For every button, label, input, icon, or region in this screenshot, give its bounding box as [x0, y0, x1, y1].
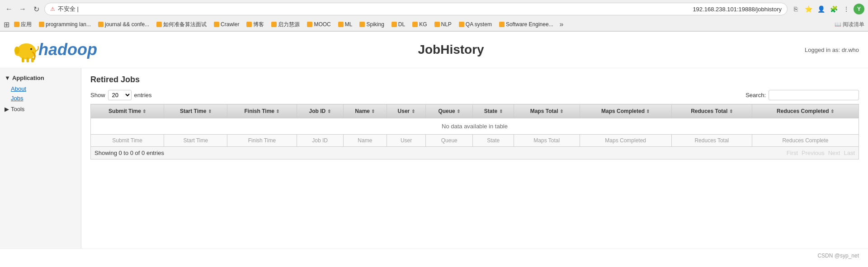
bookmark-11-label: KG [419, 21, 427, 28]
bookmark-folder-icon-11 [412, 22, 418, 27]
col-reduces-total[interactable]: Reduces Total ⇕ [671, 104, 752, 118]
extension-icon[interactable]: 🧩 [828, 4, 839, 14]
bookmark-8-label: ML [345, 21, 353, 28]
pagination-buttons: First Previous Next Last [787, 150, 855, 156]
sort-icon-finish: ⇕ [276, 109, 279, 114]
bookmark-6-label: 启力慧源 [278, 21, 300, 28]
first-page-button[interactable]: First [787, 150, 798, 156]
bookmark-7[interactable]: MOOC [304, 20, 333, 28]
bookmark-8[interactable]: ML [335, 20, 355, 28]
bookmarks-more-button[interactable]: » [558, 19, 566, 29]
entries-label: entries [134, 92, 152, 98]
address-bar[interactable]: ⚠ 不安全 | 192.168.238.101:19888/jobhistory [44, 3, 788, 15]
sort-icon-maps-total: ⇕ [560, 109, 563, 114]
bookmark-5[interactable]: 博客 [244, 20, 267, 29]
footer-col-queue: Queue [426, 135, 473, 147]
svg-rect-6 [31, 58, 34, 63]
bookmark-1[interactable]: programming lan... [36, 20, 94, 28]
bookmark-13[interactable]: QA system [456, 20, 495, 28]
footer-col-state: State [473, 135, 514, 147]
show-entries-control: Show 10 20 25 50 100 entries [90, 90, 152, 100]
col-state[interactable]: State ⇕ [473, 104, 514, 118]
apps-grid-icon[interactable]: ⊞ [4, 20, 9, 29]
sort-icon-state: ⇕ [499, 109, 503, 114]
bookmark-folder-icon-3 [156, 22, 162, 27]
col-submit-time[interactable]: Submit Time ⇕ [91, 104, 164, 118]
sidebar-tools-section[interactable]: ▶ Tools [0, 103, 81, 115]
sidebar-application-header[interactable]: ▼ Application [0, 72, 81, 84]
footer-col-job-id: Job ID [297, 135, 343, 147]
bookmark-2[interactable]: journal && confe... [95, 20, 152, 28]
bookmark-folder-icon-5 [246, 22, 252, 27]
reload-button[interactable]: ↻ [31, 4, 42, 14]
bookmark-5-label: 博客 [253, 21, 264, 28]
sort-icon-maps-completed: ⇕ [646, 109, 650, 114]
back-button[interactable]: ← [4, 4, 14, 14]
bookmark-2-label: journal && confe... [105, 21, 149, 28]
no-data-cell: No data available in table [91, 118, 859, 135]
bookmark-star-icon[interactable]: ⭐ [803, 4, 814, 14]
url-text: 不安全 | [58, 5, 690, 13]
user-avatar[interactable]: Y [854, 4, 864, 14]
content-area: Retired Jobs Show 10 20 25 50 100 entrie… [81, 68, 868, 248]
col-maps-completed[interactable]: Maps Completed ⇕ [580, 104, 671, 118]
browser-chrome: ← → ↻ ⚠ 不安全 | 192.168.238.101:19888/jobh… [0, 0, 868, 32]
sort-icon-reduces-completed: ⇕ [830, 109, 834, 114]
bookmark-folder-icon-4 [214, 22, 219, 27]
sort-icon-start: ⇕ [208, 109, 212, 114]
col-user[interactable]: User ⇕ [387, 104, 425, 118]
reading-list-button[interactable]: 📖 阅读清单 [835, 21, 864, 28]
cast-icon[interactable]: ⎘ [790, 4, 801, 14]
sort-icon-jobid: ⇕ [327, 109, 331, 114]
bookmark-10[interactable]: DL [389, 20, 408, 28]
bookmark-folder-icon-13 [459, 22, 464, 27]
next-page-button[interactable]: Next [828, 150, 840, 156]
col-name[interactable]: Name ⇕ [343, 104, 387, 118]
sort-icon-user: ⇕ [411, 109, 415, 114]
col-job-id[interactable]: Job ID ⇕ [297, 104, 343, 118]
sidebar-about-link[interactable]: About [0, 84, 81, 94]
footer-credit: CSDN @syp_net [817, 253, 859, 259]
show-label: Show [90, 92, 105, 98]
bookmark-7-label: MOOC [314, 21, 330, 28]
bookmark-9[interactable]: Spiking [357, 20, 387, 28]
no-data-row: No data available in table [91, 118, 859, 135]
page-wrapper: hadoop JobHistory Logged in as: dr.who ▼… [0, 32, 868, 262]
entries-select[interactable]: 10 20 25 50 100 [108, 90, 132, 100]
browser-icons: ⎘ ⭐ 👤 🧩 ⋮ Y [790, 4, 864, 14]
footer-col-submit-time: Submit Time [91, 135, 164, 147]
logo-area: hadoop [9, 36, 97, 63]
col-start-time[interactable]: Start Time ⇕ [164, 104, 227, 118]
showing-text: Showing 0 to 0 of 0 entries [94, 150, 164, 156]
last-page-button[interactable]: Last [844, 150, 855, 156]
bookmark-4[interactable]: Crawler [211, 20, 242, 28]
profile-icon[interactable]: 👤 [816, 4, 826, 14]
application-label: Application [12, 75, 44, 81]
search-label: Search: [745, 92, 766, 98]
bookmark-folder-icon-1 [39, 22, 44, 27]
bookmark-14[interactable]: Software Enginee... [496, 20, 556, 28]
sort-icon-submit: ⇕ [142, 109, 146, 114]
jobs-table: Submit Time ⇕ Start Time ⇕ Finish Time ⇕… [90, 104, 859, 147]
previous-page-button[interactable]: Previous [802, 150, 825, 156]
bookmark-12[interactable]: NLP [432, 20, 454, 28]
forward-button[interactable]: → [17, 4, 28, 14]
col-finish-time[interactable]: Finish Time ⇕ [227, 104, 297, 118]
page-title: JobHistory [97, 42, 805, 57]
svg-rect-5 [27, 58, 29, 63]
bookmark-apps[interactable]: 应用 [11, 20, 34, 29]
menu-icon[interactable]: ⋮ [841, 4, 852, 14]
bookmark-3[interactable]: 如何准备算法面试 [154, 20, 209, 29]
bookmark-12-label: NLP [441, 21, 452, 28]
tools-label: Tools [11, 106, 24, 112]
bookmark-6[interactable]: 启力慧源 [269, 20, 302, 29]
sidebar-jobs-link[interactable]: Jobs [0, 94, 81, 103]
bookmark-folder-icon-8 [338, 22, 344, 27]
search-input[interactable] [769, 90, 859, 100]
footer-col-reduces-complete: Reduces Complete [752, 135, 859, 147]
col-reduces-completed[interactable]: Reduces Completed ⇕ [752, 104, 859, 118]
bookmark-11[interactable]: KG [410, 20, 429, 28]
col-maps-total[interactable]: Maps Total ⇕ [514, 104, 580, 118]
col-queue[interactable]: Queue ⇕ [426, 104, 473, 118]
browser-toolbar: ← → ↻ ⚠ 不安全 | 192.168.238.101:19888/jobh… [0, 0, 868, 18]
